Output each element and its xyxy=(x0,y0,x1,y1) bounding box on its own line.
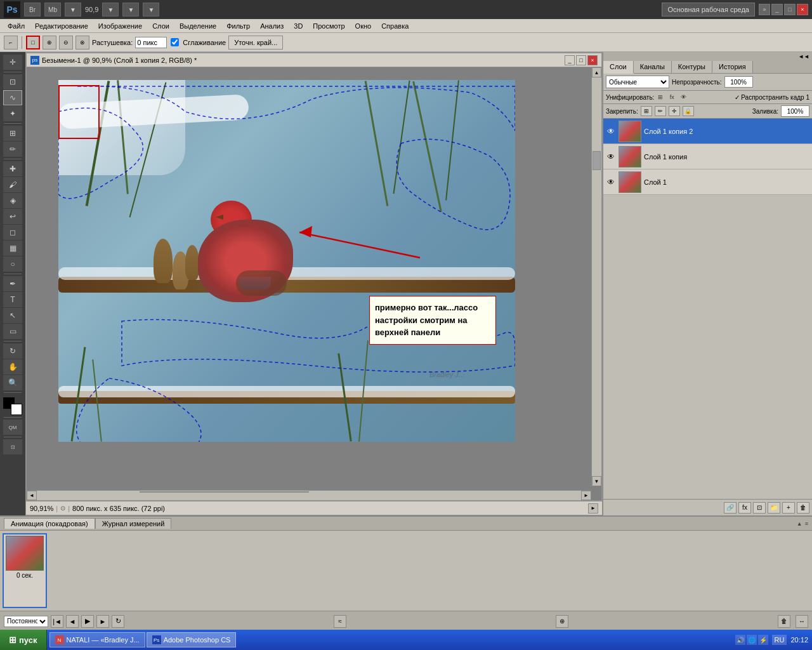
mode-dropdown[interactable]: ▼ xyxy=(65,3,81,17)
feather-input[interactable] xyxy=(135,37,167,48)
anim-dup-btn[interactable]: ⊕ xyxy=(556,615,568,628)
maximize-btn[interactable]: □ xyxy=(784,4,796,15)
animation-collapse-btn[interactable]: ▲ xyxy=(797,521,802,527)
zoom-tool[interactable]: 🔍 xyxy=(3,375,22,390)
intersect-selection-btn[interactable]: ⊗ xyxy=(75,36,89,50)
tab-channels[interactable]: Каналы xyxy=(634,61,672,73)
refine-edge-button[interactable]: Уточн. край... xyxy=(228,36,283,50)
scroll-down-btn[interactable]: ▼ xyxy=(592,476,601,486)
smooth-checkbox[interactable] xyxy=(171,38,179,46)
new-layer-btn[interactable]: + xyxy=(782,502,795,514)
shape-tool[interactable]: ▭ xyxy=(3,324,22,339)
doc-minimize-btn[interactable]: _ xyxy=(565,55,575,65)
menu-layers[interactable]: Слои xyxy=(147,21,174,31)
close-btn[interactable]: × xyxy=(797,4,808,15)
statusbar-expand-btn[interactable]: ► xyxy=(588,503,598,514)
tab-measurements[interactable]: Журнал измерений xyxy=(95,518,172,529)
layer-eye-2[interactable]: 👁 xyxy=(606,177,616,187)
healing-tool[interactable]: ✚ xyxy=(3,161,22,176)
taskbar-item-photoshop[interactable]: Ps Adobe Photoshop CS xyxy=(147,632,237,647)
eyedropper-tool[interactable]: ✏ xyxy=(3,142,22,157)
add-mask-btn[interactable]: ⊡ xyxy=(753,502,766,514)
anim-first-btn[interactable]: |◄ xyxy=(51,615,63,628)
canvas-area[interactable]: Bradley J... xyxy=(25,67,603,501)
magic-wand-tool[interactable]: ✦ xyxy=(3,106,22,121)
foreground-background-colors[interactable] xyxy=(3,397,22,415)
lock-transparent-btn[interactable]: ⊞ xyxy=(641,106,652,116)
layer-eye-1[interactable]: 👁 xyxy=(606,152,616,162)
move-tool[interactable]: ✛ xyxy=(3,55,22,70)
anim-next-btn[interactable]: ► xyxy=(96,615,109,628)
lock-pixels-btn[interactable]: ✏ xyxy=(655,106,666,116)
opacity-input[interactable] xyxy=(724,76,753,88)
link-layers-btn[interactable]: 🔗 xyxy=(724,502,737,514)
type-tool[interactable]: T xyxy=(3,292,22,307)
add-style-btn[interactable]: fx xyxy=(738,502,751,514)
doc-close-btn[interactable]: × xyxy=(587,55,598,65)
taskbar-item-natali[interactable]: N NATALI — «Bradley J... xyxy=(49,632,145,647)
animation-options-btn[interactable]: ≡ xyxy=(805,521,808,527)
layer-row-2[interactable]: 👁 Слой 1 xyxy=(603,169,812,195)
zoom-mode-btn[interactable]: ▼ xyxy=(102,3,119,17)
subtract-selection-btn[interactable]: ⊖ xyxy=(59,36,73,50)
scrollbar-horizontal[interactable]: ◄ ► xyxy=(27,490,591,500)
menu-window[interactable]: Окно xyxy=(350,21,377,31)
anim-loop-btn[interactable]: ↻ xyxy=(112,615,124,628)
unify-vis-btn[interactable]: 👁 xyxy=(678,92,688,102)
notif-icon-2[interactable]: 🌐 xyxy=(747,635,757,645)
language-indicator[interactable]: RU xyxy=(772,635,787,645)
minimize-btn[interactable]: _ xyxy=(771,4,783,15)
scroll-thumb-v[interactable] xyxy=(593,151,601,170)
fill-input[interactable] xyxy=(781,105,809,117)
layer-eye-0[interactable]: 👁 xyxy=(606,126,616,136)
new-selection-btn[interactable]: □ xyxy=(26,36,40,50)
quick-mask-btn[interactable]: QM xyxy=(3,420,22,435)
tab-layers[interactable]: Слои xyxy=(603,61,634,74)
gradient-tool[interactable]: ▦ xyxy=(3,241,22,256)
delete-layer-btn[interactable]: 🗑 xyxy=(797,502,809,514)
notif-icon-3[interactable]: ⚡ xyxy=(758,635,768,645)
screen-mode-toggle[interactable]: ⊡ xyxy=(3,439,22,454)
screen-mode-btn[interactable]: ▼ xyxy=(122,3,139,17)
layer-row-0[interactable]: 👁 Слой 1 копия 2 xyxy=(603,119,812,144)
menu-select[interactable]: Выделение xyxy=(174,21,221,31)
layer-row-1[interactable]: 👁 Слой 1 копия xyxy=(603,144,812,169)
scroll-left-btn[interactable]: ◄ xyxy=(27,491,37,500)
lasso-tool[interactable]: ∿ xyxy=(3,90,22,105)
start-button[interactable]: ⊞ пуск xyxy=(0,630,47,650)
doc-maximize-btn[interactable]: □ xyxy=(576,55,586,65)
loop-select[interactable]: Постоянно xyxy=(4,616,48,627)
menu-help[interactable]: Справка xyxy=(376,21,414,31)
anim-prev-btn[interactable]: ◄ xyxy=(66,615,79,628)
menu-analyze[interactable]: Анализ xyxy=(255,21,289,31)
scroll-up-btn[interactable]: ▲ xyxy=(592,67,601,77)
menu-3d[interactable]: 3D xyxy=(289,21,308,31)
menu-view[interactable]: Просмотр xyxy=(308,21,350,31)
history-brush-tool[interactable]: ↩ xyxy=(3,209,22,224)
lock-position-btn[interactable]: ✛ xyxy=(669,106,680,116)
blend-mode-select[interactable]: Обычные xyxy=(606,76,669,88)
eraser-tool[interactable]: ◻ xyxy=(3,225,22,240)
anim-tween-btn[interactable]: ≈ xyxy=(334,615,346,628)
scrollbar-vertical[interactable]: ▲ ▼ xyxy=(591,67,601,486)
tab-history[interactable]: История xyxy=(712,61,753,73)
marquee-tool[interactable]: ⊡ xyxy=(3,74,22,90)
animation-frame-1[interactable]: 0 сек. xyxy=(3,533,47,608)
menu-filter[interactable]: Фильтр xyxy=(221,21,255,31)
anim-del-btn[interactable]: 🗑 xyxy=(778,615,790,628)
tab-paths[interactable]: Контуры xyxy=(672,61,712,73)
view-btn[interactable]: ▼ xyxy=(143,3,159,17)
expand-icon[interactable]: » xyxy=(759,4,770,15)
workspace-button[interactable]: Основная рабочая среда xyxy=(662,3,755,17)
add-selection-btn[interactable]: ⊕ xyxy=(43,36,56,50)
brush-tool[interactable]: 🖌 xyxy=(3,177,22,192)
3d-rotate-tool[interactable]: ↻ xyxy=(3,343,22,359)
lasso-tool-btn[interactable]: ⌐ xyxy=(4,36,18,50)
menu-edit[interactable]: Редактирование xyxy=(30,21,93,31)
scroll-right-btn[interactable]: ► xyxy=(581,491,591,500)
new-group-btn[interactable]: 📁 xyxy=(768,502,780,514)
mb-icon[interactable]: Mb xyxy=(44,3,61,17)
anim-convert-btn[interactable]: ↔ xyxy=(796,615,808,628)
notif-icon-1[interactable]: 🔊 xyxy=(735,635,745,645)
menu-image[interactable]: Изображение xyxy=(93,21,147,31)
